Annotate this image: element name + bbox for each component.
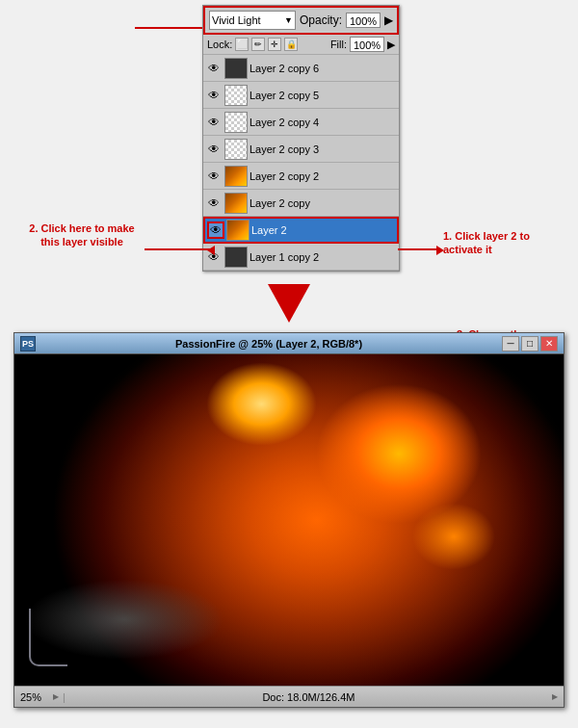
layer-thumbnail — [224, 193, 248, 214]
ghost-figure — [29, 609, 67, 666]
table-row[interactable]: 👁 Layer 2 copy 6 — [203, 55, 399, 82]
window-controls: ─ □ ✕ — [502, 336, 558, 351]
table-row[interactable]: 👁 Layer 2 copy 5 — [203, 82, 399, 109]
minimize-button[interactable]: ─ — [502, 336, 519, 351]
layer-name: Layer 2 copy 3 — [250, 143, 397, 155]
layer-2-eye-icon[interactable]: 👁 — [207, 221, 224, 239]
eye-icon[interactable]: 👁 — [205, 60, 223, 77]
annotation-line-layer — [398, 248, 441, 250]
layer-name: Layer 2 copy 2 — [250, 170, 397, 182]
eye-icon[interactable]: 👁 — [205, 87, 223, 104]
blend-mode-value: Vivid Light — [212, 14, 261, 26]
lock-icon-all[interactable]: 🔒 — [284, 38, 298, 51]
zoom-triangle[interactable]: ▶ — [53, 692, 59, 701]
layers-list: 👁 Layer 2 copy 6 👁 Layer 2 copy 5 👁 Laye… — [203, 55, 399, 271]
eye-icon[interactable]: 👁 — [205, 195, 223, 212]
fire-background — [14, 354, 564, 686]
table-row[interactable]: 👁 Layer 1 copy 2 — [203, 244, 399, 271]
table-row[interactable]: 👁 Layer 2 copy 3 — [203, 136, 399, 163]
maximize-button[interactable]: □ — [521, 336, 539, 351]
lock-icon-paint[interactable]: ✏ — [251, 38, 265, 51]
layers-panel: Vivid Light ▼ Opacity: 100% ▶ Lock: ⬜ ✏ … — [202, 5, 400, 272]
opacity-input[interactable]: 100% — [346, 13, 381, 28]
layer-2-name: Layer 2 — [251, 224, 395, 236]
fill-label: Fill: — [330, 39, 347, 50]
annotation-line-eye — [144, 248, 210, 250]
eye-icon[interactable]: 👁 — [205, 168, 223, 185]
layer-name: Layer 2 copy — [250, 197, 397, 209]
window-title: PassionFire @ 25% (Layer 2, RGB/8*) — [39, 338, 498, 350]
table-row[interactable]: 👁 Layer 2 copy 4 — [203, 109, 399, 136]
blend-mode-row: Vivid Light ▼ Opacity: 100% ▶ — [203, 6, 399, 35]
eye-icon[interactable]: 👁 — [205, 141, 223, 158]
eye-icon[interactable]: 👁 — [205, 114, 223, 131]
layer-thumbnail — [224, 139, 248, 160]
table-row[interactable]: 👁 Layer 2 copy 2 — [203, 163, 399, 190]
lock-row: Lock: ⬜ ✏ ✛ 🔒 Fill: 100% ▶ — [203, 35, 399, 55]
layer-name: Layer 2 copy 5 — [250, 90, 397, 101]
layer-thumbnail — [224, 58, 248, 79]
opacity-label: Opacity: — [300, 13, 342, 27]
document-size: Doc: 18.0M/126.4M — [69, 691, 548, 703]
status-bar: 25% ▶ | Doc: 18.0M/126.4M ▶ — [14, 686, 564, 707]
opacity-arrow[interactable]: ▶ — [384, 13, 393, 27]
layer-name: Layer 2 copy 6 — [250, 63, 397, 74]
layer-thumbnail — [224, 112, 248, 133]
down-arrow — [268, 284, 310, 323]
blend-mode-select[interactable]: Vivid Light ▼ — [209, 11, 296, 30]
annotation-arrow-eye — [207, 246, 215, 255]
status-right-arrow[interactable]: ▶ — [552, 692, 558, 701]
fill-arrow[interactable]: ▶ — [387, 39, 395, 51]
layer-2-thumbnail — [226, 220, 250, 241]
close-button[interactable]: ✕ — [540, 336, 558, 351]
lock-icon-move[interactable]: ✛ — [268, 38, 281, 51]
photoshop-window: PS PassionFire @ 25% (Layer 2, RGB/8*) ─… — [13, 332, 565, 708]
layer-thumbnail — [224, 247, 248, 268]
layer-thumbnail — [224, 166, 248, 187]
canvas-area — [14, 354, 564, 686]
annotation-step2: 2. Click here to make this layer visible — [19, 221, 144, 249]
fill-input[interactable]: 100% — [350, 37, 384, 52]
lock-icon-transparency[interactable]: ⬜ — [235, 38, 249, 51]
ps-app-icon: PS — [20, 336, 36, 351]
status-separator: | — [63, 691, 66, 703]
layer-2-row[interactable]: 👁 Layer 2 — [203, 217, 399, 244]
window-titlebar: PS PassionFire @ 25% (Layer 2, RGB/8*) ─… — [14, 333, 564, 354]
blend-mode-arrow: ▼ — [284, 15, 293, 25]
layer-name: Layer 2 copy 4 — [250, 117, 397, 128]
annotation-step1: 1. Click layer 2 to activate it — [443, 229, 559, 257]
image-canvas — [14, 354, 564, 686]
fire-glow — [14, 354, 564, 686]
zoom-level: 25% — [20, 691, 49, 703]
lock-label: Lock: — [207, 39, 232, 50]
annotation-line-blend — [135, 27, 207, 29]
layer-name: Layer 1 copy 2 — [250, 251, 397, 263]
layer-thumbnail — [224, 85, 248, 106]
table-row[interactable]: 👁 Layer 2 copy — [203, 190, 399, 217]
